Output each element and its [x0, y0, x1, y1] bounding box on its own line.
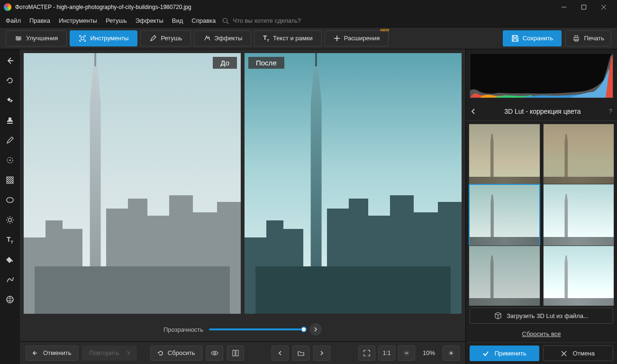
menu-правка[interactable]: Правка — [26, 15, 54, 26]
svg-point-22 — [9, 218, 12, 222]
menu-инструменты[interactable]: Инструменты — [55, 15, 101, 26]
print-button[interactable]: Печать — [565, 30, 611, 46]
tab-улучшения[interactable]: Улучшения — [6, 30, 67, 46]
after-view[interactable]: После — [245, 53, 462, 314]
svg-rect-13 — [575, 36, 578, 37]
zoom-in-button[interactable] — [443, 346, 460, 361]
svg-rect-9 — [81, 37, 84, 40]
browse-button[interactable] — [292, 346, 309, 361]
after-label: После — [248, 57, 284, 69]
svg-point-16 — [9, 160, 11, 161]
close-button[interactable] — [594, 0, 613, 14]
text-tool[interactable]: TT — [3, 233, 17, 246]
tab-инструменты[interactable]: Инструменты — [70, 30, 137, 46]
radial-tool[interactable] — [3, 154, 17, 167]
menu-эффекты[interactable]: Эффекты — [132, 15, 167, 26]
panel-title: 3D Lut - коррекция цвета — [481, 108, 604, 115]
prev-image-button[interactable] — [272, 346, 289, 361]
next-image-button[interactable] — [313, 346, 330, 361]
titlebar: ФотоМАСТЕР - high-angle-photography-of-c… — [0, 0, 617, 14]
svg-rect-21 — [7, 198, 13, 202]
reset-button[interactable]: Сбросить — [150, 346, 202, 361]
opacity-slider[interactable] — [209, 328, 304, 330]
minimize-button[interactable] — [554, 0, 573, 14]
zoom-out-button[interactable] — [398, 346, 415, 361]
svg-point-34 — [214, 352, 216, 354]
redo-button[interactable]: Повторить — [82, 346, 136, 361]
brightness-tool[interactable] — [3, 213, 17, 227]
menu-справка[interactable]: Справка — [188, 15, 219, 26]
rotate-tool[interactable] — [3, 74, 17, 87]
canvas-area: До — [20, 49, 465, 364]
histogram[interactable] — [470, 53, 613, 98]
opacity-bar: Прозрачность — [20, 318, 465, 341]
svg-rect-1 — [582, 5, 586, 9]
panel-back-button[interactable] — [471, 109, 476, 114]
right-panel: 3D Lut - коррекция цвета ? Вечерний Пари… — [465, 49, 617, 364]
tab-эффекты[interactable]: Эффекты — [194, 30, 251, 46]
new-badge: NEW — [381, 28, 390, 32]
maximize-button[interactable] — [574, 0, 593, 14]
svg-line-29 — [8, 222, 9, 223]
actual-size-button[interactable]: 1:1 — [378, 346, 395, 361]
help-button[interactable]: ? — [609, 108, 612, 115]
tab-расширения[interactable]: РасширенияNEW — [325, 30, 389, 46]
load-lut-button[interactable]: Загрузить 3D Lut из файла... — [470, 308, 613, 324]
curve-tool[interactable] — [3, 273, 17, 286]
svg-line-28 — [12, 222, 13, 223]
preview-eye-button[interactable] — [206, 346, 223, 361]
vignette-tool[interactable] — [3, 193, 17, 207]
preset-5[interactable] — [543, 246, 615, 306]
zoom-value: 10% — [418, 349, 440, 356]
heal-tool[interactable] — [3, 94, 17, 107]
svg-point-7 — [19, 37, 20, 39]
3dlut-tool[interactable] — [3, 293, 17, 306]
left-toolbar: TT — [0, 49, 20, 364]
compare-button[interactable] — [227, 346, 244, 361]
panel-header: 3D Lut - коррекция цвета ? — [466, 102, 617, 121]
before-label: До — [213, 57, 237, 69]
svg-point-6 — [17, 36, 18, 37]
menubar: ФайлПравкаИнструментыРетушьЭффектыВидСпр… — [0, 14, 617, 27]
window-title: ФотоМАСТЕР - high-angle-photography-of-c… — [15, 4, 551, 10]
svg-line-27 — [8, 218, 9, 218]
svg-line-5 — [227, 22, 229, 24]
fill-tool[interactable] — [3, 253, 17, 266]
main-toolbar: УлучшенияИнструментыРетушьЭффектыTTТекст… — [0, 27, 617, 49]
brush-tool[interactable] — [3, 134, 17, 147]
svg-line-30 — [12, 218, 13, 218]
apply-button[interactable]: Применить — [470, 346, 539, 361]
back-button[interactable] — [3, 54, 17, 67]
search-icon — [222, 18, 229, 24]
svg-point-8 — [18, 39, 19, 40]
fit-screen-button[interactable] — [358, 346, 375, 361]
reset-all-link[interactable]: Сбросить все — [466, 326, 617, 342]
svg-point-4 — [223, 18, 227, 22]
svg-rect-35 — [233, 350, 235, 356]
tab-текст и рамки[interactable]: TTТекст и рамки — [254, 30, 321, 46]
svg-rect-36 — [236, 350, 238, 356]
preset-grid: Вечерний Париж Фотопечать Kodak Vision3 … — [466, 121, 617, 306]
bottom-bar: Отменить Повторить Сбросить 1:1 10 — [20, 341, 465, 364]
undo-button[interactable]: Отменить — [26, 346, 78, 361]
search-placeholder[interactable]: Что вы хотите сделать? — [233, 17, 301, 24]
opacity-label: Прозрачность — [163, 326, 203, 333]
cancel-button[interactable]: Отмена — [543, 346, 614, 361]
menu-файл[interactable]: Файл — [2, 15, 25, 26]
menu-ретушь[interactable]: Ретушь — [102, 15, 131, 26]
opacity-next-button[interactable] — [309, 323, 322, 336]
menu-вид[interactable]: Вид — [168, 15, 187, 26]
tab-ретушь[interactable]: Ретушь — [140, 30, 191, 46]
before-view[interactable]: До — [24, 53, 241, 314]
gradient-tool[interactable] — [3, 173, 17, 187]
save-button[interactable]: Сохранить — [503, 30, 562, 46]
app-icon — [4, 3, 11, 11]
stamp-tool[interactable] — [3, 114, 17, 127]
preset-4[interactable] — [469, 246, 540, 306]
svg-rect-18 — [7, 177, 13, 183]
